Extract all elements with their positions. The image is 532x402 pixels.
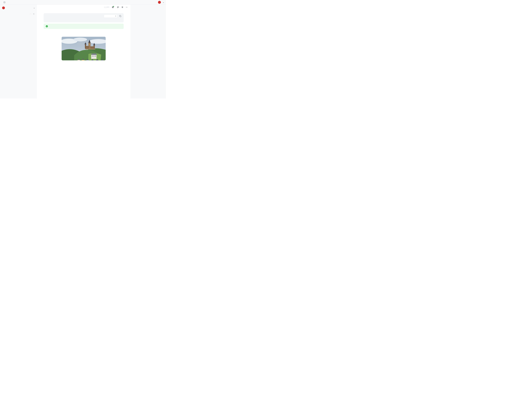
top-bar: [0, 0, 166, 5]
select-arrows-icon: [115, 15, 116, 17]
shared-status-dot: [113, 6, 114, 7]
mode-toggle: [104, 6, 109, 8]
globe-icon: [112, 6, 114, 8]
add-page-button[interactable]: [33, 13, 35, 15]
sidebar-collapse-icon[interactable]: [3, 1, 6, 3]
workspace-switcher[interactable]: [158, 1, 164, 4]
pages-header: [1, 13, 35, 15]
main-area: [37, 5, 130, 98]
chevron-down-icon: [33, 7, 35, 8]
more-options-icon[interactable]: [126, 6, 128, 8]
comments-panel: [130, 5, 166, 98]
space-avatar: [2, 6, 5, 9]
success-callout: [44, 24, 124, 29]
sidebar: [0, 5, 37, 98]
comments-toggle-icon[interactable]: [117, 6, 119, 8]
chevron-down-icon: [163, 2, 164, 3]
check-circle-icon: [46, 25, 48, 27]
edit-mode-button[interactable]: [104, 7, 107, 7]
read-mode-button[interactable]: [107, 7, 109, 7]
share-button[interactable]: [112, 6, 114, 8]
code-language-select[interactable]: [104, 14, 117, 18]
pages-more-button[interactable]: [30, 13, 32, 15]
copy-code-icon[interactable]: [119, 15, 121, 17]
space-switcher[interactable]: [1, 6, 35, 10]
workspace-avatar: [158, 1, 161, 4]
document-header: [37, 5, 130, 10]
editor-content: [44, 13, 124, 60]
app-root: [0, 0, 166, 98]
code-block: [44, 13, 124, 22]
page-image[interactable]: [62, 37, 106, 60]
toc-icon[interactable]: [121, 6, 123, 8]
